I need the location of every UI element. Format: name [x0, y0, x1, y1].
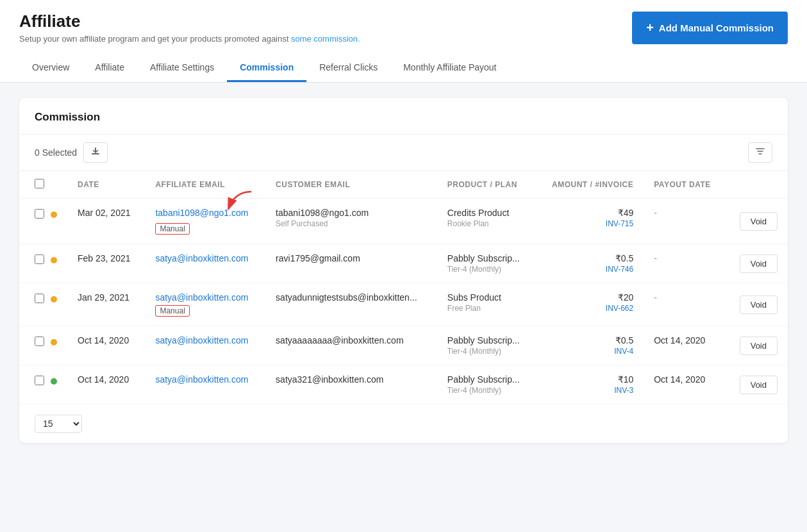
row-checkbox-cell	[19, 365, 67, 404]
page-size-select[interactable]: 15 25 50 100	[35, 415, 82, 433]
row-payout-date: -	[644, 283, 726, 326]
row-date: Feb 23, 2021	[67, 244, 145, 283]
manual-badge: Manual	[155, 305, 189, 317]
row-date: Mar 02, 2021	[67, 199, 145, 244]
row-customer-email: tabani1098@ngo1.com Self Purchased	[265, 199, 437, 244]
row-checkbox[interactable]	[35, 376, 44, 385]
row-affiliate-email: satya@inboxkitten.com	[145, 365, 265, 404]
page-title: Affiliate	[19, 12, 360, 31]
col-product-plan: PRODUCT / PLAN	[437, 171, 536, 199]
row-payout-date: Oct 14, 2020	[644, 365, 726, 404]
affiliate-email-link[interactable]: tabani1098@ngo1.com	[155, 208, 248, 218]
row-checkbox[interactable]	[35, 294, 44, 303]
invoice-link[interactable]: INV-746	[545, 265, 633, 274]
tab-commission[interactable]: Commission	[227, 54, 306, 82]
row-affiliate-email: tabani1098@ngo1.com Manual	[145, 199, 265, 244]
row-product-plan: Pabbly Subscrip...Tier-4 (Monthly)	[437, 365, 536, 404]
row-amount-invoice: ₹0.5INV-746	[535, 244, 644, 283]
status-dot	[51, 339, 57, 345]
commission-card: Commission 0 Selected	[19, 98, 788, 443]
col-actions	[726, 171, 788, 199]
status-dot	[51, 212, 57, 218]
tab-affiliate[interactable]: Affiliate	[82, 54, 137, 82]
export-button[interactable]	[83, 142, 108, 163]
table-row: Jan 29, 2021satya@inboxkitten.com Manual…	[19, 283, 788, 326]
invoice-link[interactable]: INV-715	[545, 219, 633, 228]
row-product-plan: Credits ProductRookie Plan	[437, 199, 536, 244]
invoice-link[interactable]: INV-4	[545, 347, 633, 356]
row-checkbox-cell	[19, 199, 67, 244]
self-purchased-label: Self Purchased	[276, 219, 427, 228]
col-checkbox	[19, 171, 67, 199]
toolbar: 0 Selected	[19, 135, 788, 171]
page-subtitle: Setup your own affiliate program and get…	[19, 34, 360, 44]
row-amount-invoice: ₹0.5INV-4	[535, 326, 644, 365]
card-title: Commission	[35, 111, 100, 123]
filter-icon	[755, 146, 765, 156]
table-row: Oct 14, 2020satya@inboxkitten.com satyaa…	[19, 326, 788, 365]
row-affiliate-email: satya@inboxkitten.com	[145, 326, 265, 365]
status-dot	[51, 296, 57, 303]
row-product-plan: Subs ProductFree Plan	[437, 283, 536, 326]
subtitle-link[interactable]: some commission.	[291, 34, 360, 44]
tab-affiliate-settings[interactable]: Affiliate Settings	[137, 54, 227, 82]
row-date: Jan 29, 2021	[67, 283, 145, 326]
tab-referral-clicks[interactable]: Referral Clicks	[306, 54, 390, 82]
table-row: Feb 23, 2021satya@inboxkitten.com ravi17…	[19, 244, 788, 283]
row-product-plan: Pabbly Subscrip...Tier-4 (Monthly)	[437, 244, 536, 283]
row-customer-email: ravi1795@gmail.com	[265, 244, 437, 283]
page-header: Affiliate Setup your own affiliate progr…	[0, 0, 807, 83]
col-payout-date: PAYOUT DATE	[644, 171, 726, 199]
row-checkbox-cell	[19, 283, 67, 326]
affiliate-email-link[interactable]: satya@inboxkitten.com	[155, 292, 248, 303]
row-payout-date: -	[644, 244, 726, 283]
void-button[interactable]: Void	[740, 254, 778, 273]
row-payout-date: Oct 14, 2020	[644, 326, 726, 365]
add-manual-commission-button[interactable]: + Add Manual Commission	[632, 12, 788, 44]
row-customer-email: satyadunnigtestsubs@inboxkitten...	[265, 283, 437, 326]
manual-badge: Manual	[155, 223, 189, 235]
row-actions: Void	[726, 244, 788, 283]
row-customer-email: satyaaaaaaaa@inboxkitten.com	[265, 326, 437, 365]
row-affiliate-email: satya@inboxkitten.com	[145, 244, 265, 283]
tab-overview[interactable]: Overview	[19, 54, 82, 82]
invoice-link[interactable]: INV-3	[545, 386, 633, 395]
void-button[interactable]: Void	[740, 295, 778, 314]
main-content: Commission 0 Selected	[0, 83, 807, 458]
row-checkbox[interactable]	[35, 209, 44, 219]
nav-tabs: Overview Affiliate Affiliate Settings Co…	[19, 54, 788, 82]
row-affiliate-email: satya@inboxkitten.com Manual	[145, 283, 265, 326]
header-top: Affiliate Setup your own affiliate progr…	[19, 12, 788, 54]
col-amount-invoice: AMOUNT / #INVOICE	[535, 171, 644, 199]
col-affiliate-email: AFFILIATE EMAIL	[145, 171, 265, 199]
void-button[interactable]: Void	[740, 337, 778, 355]
row-checkbox[interactable]	[35, 254, 44, 264]
row-date: Oct 14, 2020	[67, 326, 145, 365]
affiliate-email-link[interactable]: satya@inboxkitten.com	[155, 253, 248, 263]
svg-rect-0	[92, 153, 99, 154]
col-date: DATE	[67, 171, 145, 199]
filter-button[interactable]	[748, 142, 772, 163]
row-amount-invoice: ₹10INV-3	[535, 365, 644, 404]
select-all-checkbox[interactable]	[35, 179, 44, 188]
row-product-plan: Pabbly Subscrip...Tier-4 (Monthly)	[437, 326, 536, 365]
invoice-link[interactable]: INV-662	[545, 304, 633, 313]
tab-monthly-affiliate-payout[interactable]: Monthly Affiliate Payout	[390, 54, 509, 82]
status-dot	[51, 378, 57, 385]
add-commission-label: Add Manual Commission	[659, 22, 774, 33]
void-button[interactable]: Void	[740, 376, 778, 394]
commission-table: DATE AFFILIATE EMAIL CUSTOMER EMAIL PROD…	[19, 171, 788, 404]
header-info: Affiliate Setup your own affiliate progr…	[19, 12, 360, 44]
row-checkbox-cell	[19, 326, 67, 365]
affiliate-email-link[interactable]: satya@inboxkitten.com	[155, 335, 248, 345]
void-button[interactable]: Void	[740, 212, 778, 231]
plus-icon: +	[646, 21, 654, 35]
row-actions: Void	[726, 199, 788, 244]
row-checkbox[interactable]	[35, 337, 44, 346]
selected-count: 0 Selected	[35, 147, 77, 158]
status-dot	[51, 257, 57, 263]
table-footer: 15 25 50 100	[19, 404, 788, 443]
affiliate-email-link[interactable]: satya@inboxkitten.com	[155, 374, 248, 385]
row-actions: Void	[726, 365, 788, 404]
table-row: Oct 14, 2020satya@inboxkitten.com satya3…	[19, 365, 788, 404]
